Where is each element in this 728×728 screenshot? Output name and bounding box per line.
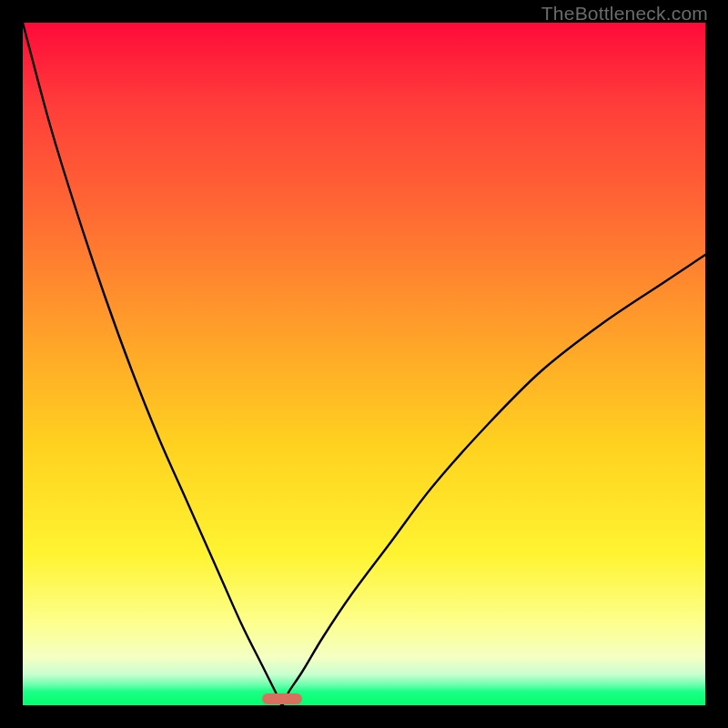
minimum-marker <box>262 693 302 704</box>
plot-area <box>23 23 705 705</box>
bottleneck-curve <box>23 23 705 705</box>
chart-frame: TheBottleneck.com <box>0 0 728 728</box>
watermark-text: TheBottleneck.com <box>541 3 708 25</box>
